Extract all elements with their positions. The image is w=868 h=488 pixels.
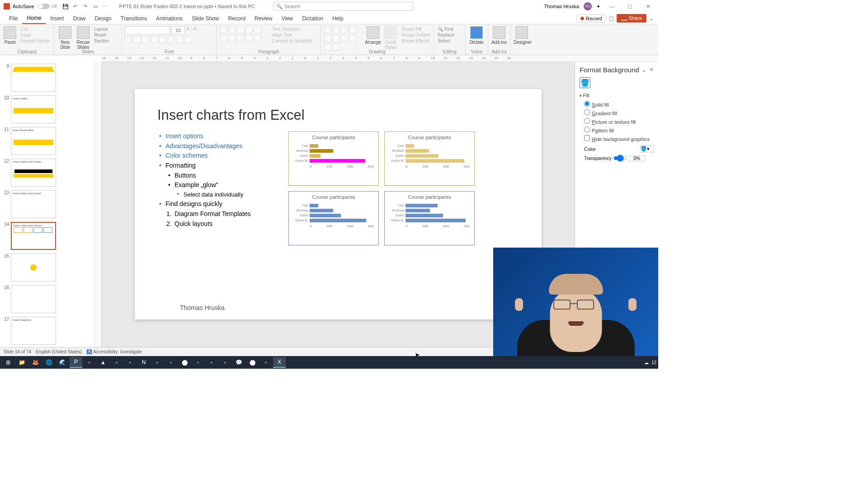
app6-icon[interactable]: ▫: [192, 357, 204, 368]
shape-hex-icon[interactable]: [341, 35, 348, 42]
new-slide-button[interactable]: New Slide: [57, 26, 73, 50]
slide-text[interactable]: Insert options Advantages/Disadvantages …: [157, 131, 284, 245]
strike-icon[interactable]: [151, 36, 158, 43]
minimize-icon[interactable]: —: [605, 2, 618, 11]
smartart-button[interactable]: Convert to SmartArt: [271, 38, 313, 44]
copy-button[interactable]: Copy: [19, 32, 51, 38]
transparency-value[interactable]: 0%: [629, 155, 645, 161]
onenote-icon[interactable]: N: [137, 357, 150, 368]
section-button[interactable]: Section: [93, 38, 110, 44]
reset-button[interactable]: Reset: [93, 32, 110, 38]
search-input[interactable]: 🔍 Search: [273, 2, 413, 11]
fill-tab-icon[interactable]: 🪣: [580, 77, 590, 88]
share-button[interactable]: 📤 Share: [617, 14, 646, 23]
app10-icon[interactable]: ▫: [259, 357, 272, 368]
chart-3[interactable]: Course participantsCarlAndrewKarinKarin …: [288, 191, 379, 245]
dictate-button[interactable]: Dictate: [468, 26, 485, 45]
app-icon[interactable]: ▫: [83, 357, 96, 368]
powerpoint-taskbar-icon[interactable]: P: [70, 357, 82, 368]
replace-button[interactable]: Replace: [437, 32, 455, 38]
maximize-icon[interactable]: ▢: [623, 2, 637, 11]
vertical-ruler[interactable]: [95, 62, 102, 360]
tab-home[interactable]: Home: [22, 13, 46, 24]
app4-icon[interactable]: ▫: [151, 357, 164, 368]
highlight-icon[interactable]: [185, 36, 192, 43]
firefox-icon[interactable]: 🦊: [29, 357, 42, 368]
color-picker-button[interactable]: 🪣▾: [640, 145, 654, 153]
thumbnail-9[interactable]: [11, 64, 56, 92]
thumbnail-13[interactable]: Insert tables from Excel: [11, 190, 56, 218]
explorer-icon[interactable]: 📁: [15, 357, 28, 368]
chart-2[interactable]: Course participantsCarlAndrewKarinKarin …: [384, 131, 475, 186]
tab-view[interactable]: View: [277, 14, 297, 23]
increase-font-icon[interactable]: A↑: [186, 26, 192, 34]
tab-dictation[interactable]: Dictation: [297, 14, 328, 23]
addins-button[interactable]: Add-ins: [491, 26, 507, 45]
slide-counter[interactable]: Slide 14 of 74: [4, 349, 31, 354]
app9-icon[interactable]: ⬤: [246, 357, 259, 368]
cut-button[interactable]: Cut: [19, 26, 51, 32]
thumbnail-10[interactable]: Insert tables: [11, 95, 56, 123]
tab-slideshow[interactable]: Slide Show: [187, 14, 223, 23]
from-beginning-icon[interactable]: ▭: [92, 3, 99, 9]
slide-title[interactable]: Insert charts from Excel: [157, 107, 519, 123]
vlc-icon[interactable]: ▲: [97, 357, 109, 368]
fill-section[interactable]: Fill: [580, 93, 654, 98]
indent-dec-icon[interactable]: [237, 26, 244, 33]
record-button[interactable]: Record: [576, 14, 606, 23]
align-left-icon[interactable]: [220, 35, 227, 42]
tab-animations[interactable]: Animations: [151, 14, 187, 23]
reuse-slides-button[interactable]: Reuse Slides: [75, 26, 91, 50]
shape-oval-icon[interactable]: [341, 26, 348, 33]
ribbon-options-icon[interactable]: ⌄: [649, 15, 654, 22]
slide[interactable]: Insert charts from Excel Insert options …: [135, 89, 542, 319]
shape-outline-button[interactable]: Shape Outline: [401, 32, 431, 38]
excel-icon[interactable]: X: [273, 357, 286, 368]
tab-review[interactable]: Review: [250, 14, 277, 23]
shape-arrow-icon[interactable]: [349, 26, 357, 33]
present-icon[interactable]: ▢: [609, 15, 614, 22]
designer-button[interactable]: Designer: [514, 26, 530, 45]
decrease-font-icon[interactable]: A↓: [193, 26, 198, 34]
spacing-icon[interactable]: [168, 36, 175, 43]
app5-icon[interactable]: ▫: [165, 357, 177, 368]
hide-bg-checkbox[interactable]: Hide background graphics: [584, 135, 654, 142]
tab-draw[interactable]: Draw: [68, 14, 90, 23]
transparency-slider[interactable]: [613, 155, 627, 162]
shape-star-icon[interactable]: [324, 35, 331, 42]
avatar[interactable]: TH: [584, 2, 592, 10]
horizontal-ruler[interactable]: 1615141312111098765432101234567891011121…: [102, 55, 658, 62]
font-name-input[interactable]: [125, 26, 170, 34]
app7-icon[interactable]: ▫: [205, 357, 218, 368]
chart-1[interactable]: Course participantsCarlAndrewKarinKarin …: [288, 131, 379, 186]
accessibility-button[interactable]: ♿ Accessibility: Investigate: [86, 349, 142, 354]
quick-styles-button[interactable]: Quick Styles: [383, 26, 399, 50]
align-right-icon[interactable]: [237, 35, 244, 42]
obs-icon[interactable]: ⬤: [178, 357, 191, 368]
select-button[interactable]: Select: [437, 38, 455, 44]
app2-icon[interactable]: ▫: [110, 357, 123, 368]
thumbnail-12[interactable]: Insert tables from Excel: [11, 159, 56, 187]
thumbnail-16[interactable]: [11, 285, 56, 313]
pane-options-icon[interactable]: ⌄: [641, 66, 647, 74]
shape-callout-icon[interactable]: [349, 35, 357, 42]
save-icon[interactable]: 💾: [62, 3, 69, 9]
close-icon[interactable]: ✕: [641, 2, 655, 11]
line-spacing-icon[interactable]: [254, 26, 261, 33]
thumbnail-14[interactable]: Insert charts from Excel: [11, 222, 56, 250]
format-painter-button[interactable]: Format Painter: [19, 38, 51, 44]
shape-rect-icon[interactable]: [324, 26, 331, 33]
find-button[interactable]: 🔍 Find: [437, 26, 455, 32]
undo-icon[interactable]: ↶: [72, 3, 79, 9]
chart-4[interactable]: Course participantsCarlAndrewKarinKarin …: [384, 191, 475, 245]
start-icon[interactable]: ⊞: [2, 357, 14, 368]
layout-button[interactable]: Layout: [93, 26, 110, 32]
font-size-input[interactable]: 10: [171, 26, 185, 34]
align-text-button[interactable]: Align Text: [271, 32, 313, 38]
chrome-icon[interactable]: 🌐: [42, 357, 55, 368]
shape-fill-button[interactable]: Shape Fill: [401, 26, 431, 32]
indent-inc-icon[interactable]: [245, 26, 253, 33]
thumbnail-17[interactable]: Insert diagrams: [11, 317, 56, 345]
picture-fill-radio[interactable]: Picture or texture fill: [584, 118, 654, 125]
autosave-toggle[interactable]: [38, 4, 50, 9]
